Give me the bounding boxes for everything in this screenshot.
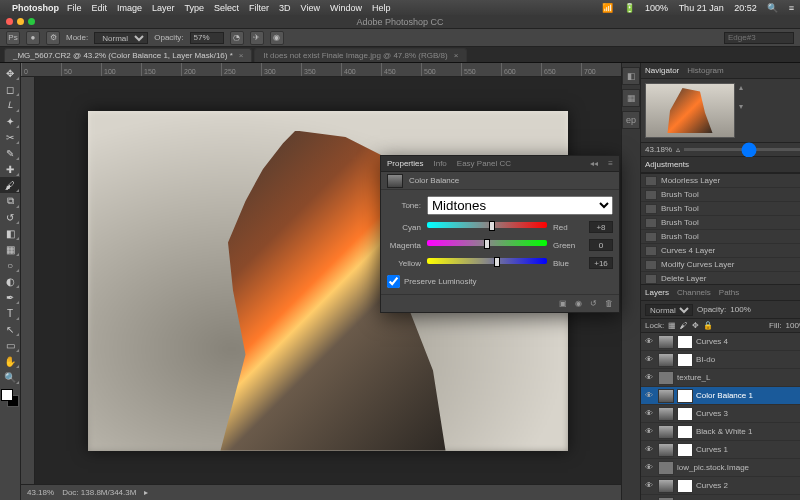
menu-image[interactable]: Image xyxy=(117,3,142,13)
layer-row[interactable]: 👁Curves 4 xyxy=(641,333,800,351)
lasso-tool[interactable]: 𝘓 xyxy=(0,97,20,113)
layer-thumbnail[interactable] xyxy=(658,425,674,439)
reset-icon[interactable]: ↺ xyxy=(590,299,597,308)
move-tool[interactable]: ✥ xyxy=(0,65,20,81)
tab-channels[interactable]: Channels xyxy=(677,288,711,297)
notif-icon[interactable]: ≡ xyxy=(789,3,794,13)
layer-thumbnail[interactable] xyxy=(658,335,674,349)
menu-select[interactable]: Select xyxy=(214,3,239,13)
layer-row[interactable]: 👁texture_L xyxy=(641,369,800,387)
brush-settings-icon[interactable]: ⚙ xyxy=(46,31,60,45)
history-item[interactable]: Curves 4 Layer xyxy=(641,244,800,258)
menu-filter[interactable]: Filter xyxy=(249,3,269,13)
pressure-size-icon[interactable]: ◉ xyxy=(270,31,284,45)
layer-name[interactable]: BI-do xyxy=(696,355,800,364)
menu-window[interactable]: Window xyxy=(330,3,362,13)
tab-easy-panel[interactable]: Easy Panel CC xyxy=(457,159,511,168)
visibility-icon[interactable]: 👁 xyxy=(643,445,655,454)
menu-layer[interactable]: Layer xyxy=(152,3,175,13)
color-swatch[interactable] xyxy=(1,389,19,407)
sidetab-ep[interactable]: ep xyxy=(622,111,640,129)
spotlight-icon[interactable]: 🔍 xyxy=(767,3,778,13)
collapse-icon[interactable]: ◂◂ xyxy=(590,159,598,168)
brush-tool[interactable]: 🖌 xyxy=(0,177,20,193)
shape-tool[interactable]: ▭ xyxy=(0,337,20,353)
blend-mode-select[interactable]: Normal xyxy=(94,32,148,44)
ruler-horizontal[interactable]: 0501001502002503003504004505005506006507… xyxy=(21,63,621,77)
layer-name[interactable]: Color Balance 1 xyxy=(696,391,800,400)
layer-mask[interactable] xyxy=(677,389,693,403)
color-balance-slider[interactable] xyxy=(427,240,547,250)
chevron-right-icon[interactable]: ▸ xyxy=(144,488,148,497)
tab-info[interactable]: Info xyxy=(433,159,446,168)
zoom-tool[interactable]: 🔍 xyxy=(0,369,20,385)
panel-menu-icon[interactable]: ≡ xyxy=(608,159,613,168)
menu-type[interactable]: Type xyxy=(185,3,205,13)
layer-row[interactable]: 👁Curves 3 xyxy=(641,405,800,423)
menu-3d[interactable]: 3D xyxy=(279,3,291,13)
pressure-opacity-icon[interactable]: ◔ xyxy=(230,31,244,45)
workspace-search[interactable] xyxy=(724,32,794,44)
sidetab-swatches[interactable]: ▦ xyxy=(622,89,640,107)
layer-mask[interactable] xyxy=(677,407,693,421)
slider-value[interactable]: 0 xyxy=(589,239,613,251)
tab-layers[interactable]: Layers xyxy=(645,288,669,297)
history-item[interactable]: Modify Curves Layer xyxy=(641,258,800,272)
layer-row[interactable]: 👁low_pic.stock.Image xyxy=(641,459,800,477)
color-balance-slider[interactable] xyxy=(427,258,547,268)
layer-name[interactable]: Black & White 1 xyxy=(696,427,800,436)
visibility-icon[interactable]: 👁 xyxy=(643,481,655,490)
menu-edit[interactable]: Edit xyxy=(92,3,108,13)
chevron-down-icon[interactable]: ▾ xyxy=(739,102,743,111)
layer-thumbnail[interactable] xyxy=(658,389,674,403)
fill-value[interactable]: 100% xyxy=(786,321,800,330)
layer-row[interactable]: 👁BI-do xyxy=(641,351,800,369)
history-item[interactable]: Brush Tool xyxy=(641,202,800,216)
heal-tool[interactable]: ✚ xyxy=(0,161,20,177)
visibility-icon[interactable]: 👁 xyxy=(643,373,655,382)
layer-name[interactable]: Curves 4 xyxy=(696,337,800,346)
layer-blend-select[interactable]: Normal xyxy=(645,304,693,316)
view-previous-icon[interactable]: ◉ xyxy=(575,299,582,308)
ruler-vertical[interactable] xyxy=(21,77,35,484)
dodge-tool[interactable]: ◐ xyxy=(0,273,20,289)
nav-zoom-value[interactable]: 43.18% xyxy=(645,145,672,154)
ps-logo-icon[interactable]: Ps xyxy=(6,31,20,45)
lock-position-icon[interactable]: ✥ xyxy=(692,321,699,330)
history-item[interactable]: Brush Tool xyxy=(641,216,800,230)
close-icon[interactable]: × xyxy=(239,51,244,60)
stamp-tool[interactable]: ⧉ xyxy=(0,193,20,209)
history-item[interactable]: Modorless Layer xyxy=(641,174,800,188)
clock-date[interactable]: Thu 21 Jan xyxy=(679,3,724,13)
slider-value[interactable]: +16 xyxy=(589,257,613,269)
menu-help[interactable]: Help xyxy=(372,3,391,13)
layer-thumbnail[interactable] xyxy=(658,353,674,367)
nav-zoom-slider[interactable] xyxy=(684,148,800,151)
visibility-icon[interactable]: 👁 xyxy=(643,391,655,400)
doc-tab-1[interactable]: It does not exist Finale Image.jpg @ 47.… xyxy=(254,48,467,62)
layer-row[interactable]: 👁Base.Image xyxy=(641,495,800,500)
doc-size[interactable]: Doc: 138.8M/344.3M xyxy=(62,488,136,497)
wand-tool[interactable]: ✦ xyxy=(0,113,20,129)
zoom-window[interactable] xyxy=(28,18,35,25)
battery-icon[interactable]: 🔋 xyxy=(624,3,635,13)
blur-tool[interactable]: ○ xyxy=(0,257,20,273)
menu-file[interactable]: File xyxy=(67,3,82,13)
type-tool[interactable]: T xyxy=(0,305,20,321)
layer-thumbnail[interactable] xyxy=(658,479,674,493)
close-window[interactable] xyxy=(6,18,13,25)
layer-mask[interactable] xyxy=(677,335,693,349)
brush-preset-icon[interactable]: ● xyxy=(26,31,40,45)
crop-tool[interactable]: ✂ xyxy=(0,129,20,145)
history-item[interactable]: Brush Tool xyxy=(641,230,800,244)
history-item[interactable]: Brush Tool xyxy=(641,188,800,202)
layer-thumbnail[interactable] xyxy=(658,371,674,385)
tab-paths[interactable]: Paths xyxy=(719,288,739,297)
properties-panel[interactable]: Properties Info Easy Panel CC ◂◂ ≡ Color… xyxy=(380,155,620,313)
layer-row[interactable]: 👁Curves 2 xyxy=(641,477,800,495)
history-item[interactable]: Delete Layer xyxy=(641,272,800,284)
path-tool[interactable]: ↖ xyxy=(0,321,20,337)
layer-mask[interactable] xyxy=(677,443,693,457)
preserve-luminosity-checkbox[interactable] xyxy=(387,275,400,288)
chevron-up-icon[interactable]: ▴ xyxy=(739,83,743,92)
